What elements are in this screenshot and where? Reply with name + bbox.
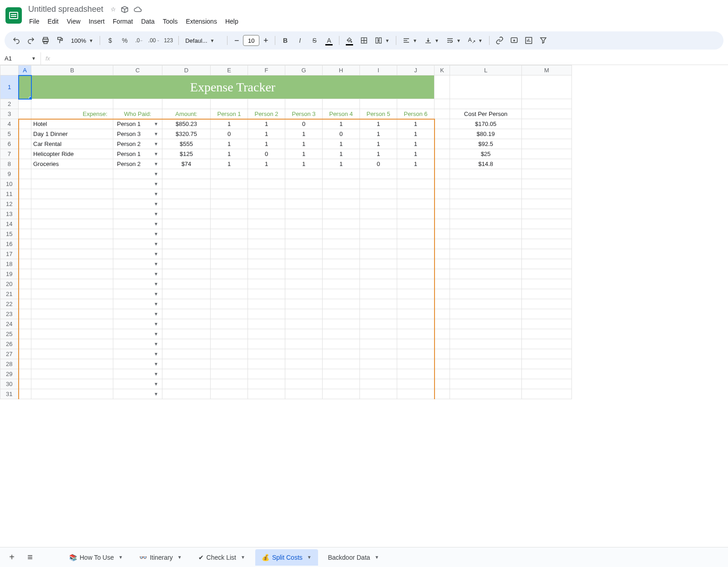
dropdown-arrow-icon[interactable]: ▼ (154, 211, 158, 216)
cpp-3[interactable]: $25 (450, 149, 522, 159)
who-paid-empty-6[interactable]: ▼ (113, 229, 162, 239)
cell[interactable] (248, 369, 285, 379)
header-amount[interactable]: Amount: (162, 109, 211, 119)
cell[interactable] (435, 369, 450, 379)
who-paid-1[interactable]: Person 3▼ (113, 129, 162, 139)
dropdown-arrow-icon[interactable]: ▼ (154, 221, 158, 226)
doc-title[interactable]: Untitled spreadsheet (25, 4, 106, 15)
cell[interactable] (162, 179, 211, 189)
cell[interactable] (248, 339, 285, 349)
cell[interactable] (19, 199, 31, 209)
expense-1[interactable]: Day 1 Dinner (31, 129, 113, 139)
dropdown-arrow-icon[interactable]: ▼ (154, 321, 158, 326)
cell[interactable] (248, 249, 285, 259)
cell[interactable] (522, 109, 572, 119)
cell[interactable] (450, 329, 522, 339)
cell[interactable] (19, 279, 31, 289)
menu-tools[interactable]: Tools (159, 16, 182, 27)
row-head-28[interactable]: 28 (0, 359, 19, 369)
cell[interactable] (435, 99, 450, 109)
filter-button[interactable] (537, 34, 550, 47)
who-paid-3[interactable]: Person 1▼ (113, 149, 162, 159)
more-formats-button[interactable]: 123 (162, 34, 175, 47)
cell[interactable] (450, 179, 522, 189)
cell[interactable] (31, 189, 113, 199)
cell[interactable] (211, 249, 248, 259)
cell[interactable] (19, 189, 31, 199)
who-paid-empty-17[interactable]: ▼ (113, 339, 162, 349)
split-4-0[interactable]: 1 (211, 159, 248, 169)
cell[interactable] (450, 75, 522, 99)
split-1-2[interactable]: 1 (285, 129, 323, 139)
cell[interactable] (435, 169, 450, 179)
sheets-logo-icon[interactable] (5, 7, 22, 24)
cell[interactable] (397, 269, 435, 279)
wrap-button[interactable]: ▼ (444, 34, 464, 47)
who-paid-empty-16[interactable]: ▼ (113, 329, 162, 339)
cell[interactable] (248, 209, 285, 219)
split-0-1[interactable]: 1 (248, 119, 285, 129)
row-head-11[interactable]: 11 (0, 189, 19, 199)
select-all-corner[interactable] (0, 65, 19, 75)
cell[interactable] (435, 319, 450, 329)
cell[interactable] (113, 99, 162, 109)
cell[interactable] (323, 329, 360, 339)
cell[interactable] (323, 309, 360, 319)
cell[interactable] (450, 309, 522, 319)
cell[interactable] (435, 309, 450, 319)
cell[interactable] (31, 319, 113, 329)
cell[interactable] (360, 379, 397, 389)
cell[interactable] (522, 389, 572, 399)
cell[interactable] (522, 219, 572, 229)
cell[interactable] (211, 349, 248, 359)
cell[interactable] (285, 369, 323, 379)
link-button[interactable] (493, 34, 506, 47)
split-4-1[interactable]: 1 (248, 159, 285, 169)
bold-button[interactable]: B (279, 34, 292, 47)
cell[interactable] (397, 219, 435, 229)
who-paid-empty-7[interactable]: ▼ (113, 239, 162, 249)
amount-1[interactable]: $320.75 (162, 129, 211, 139)
increase-decimal-button[interactable]: .00→ (147, 34, 160, 47)
cell[interactable] (435, 349, 450, 359)
split-4-2[interactable]: 1 (285, 159, 323, 169)
cell[interactable] (435, 219, 450, 229)
cell[interactable] (31, 269, 113, 279)
cell[interactable] (435, 279, 450, 289)
cell[interactable] (211, 209, 248, 219)
cell[interactable] (285, 279, 323, 289)
cell[interactable] (522, 359, 572, 369)
cell[interactable] (360, 359, 397, 369)
cell[interactable] (435, 229, 450, 239)
italic-button[interactable]: I (293, 34, 306, 47)
cell[interactable] (397, 99, 435, 109)
cell[interactable] (248, 269, 285, 279)
cell[interactable] (450, 249, 522, 259)
cell[interactable] (285, 359, 323, 369)
cell[interactable] (522, 159, 572, 169)
row-head-30[interactable]: 30 (0, 379, 19, 389)
row-head-8[interactable]: 8 (0, 159, 19, 169)
cell[interactable] (285, 269, 323, 279)
cell[interactable] (162, 209, 211, 219)
cell[interactable] (360, 259, 397, 269)
cell[interactable] (450, 189, 522, 199)
cell[interactable] (450, 269, 522, 279)
cell[interactable] (360, 289, 397, 299)
cell[interactable] (435, 109, 450, 119)
redo-button[interactable] (25, 34, 37, 47)
cell[interactable] (360, 269, 397, 279)
cell[interactable] (522, 99, 572, 109)
fill-color-button[interactable] (343, 34, 356, 47)
currency-button[interactable]: $ (104, 34, 116, 47)
who-paid-empty-20[interactable]: ▼ (113, 369, 162, 379)
zoom-select[interactable]: 100%▼ (68, 34, 96, 47)
cell[interactable] (450, 349, 522, 359)
col-head-F[interactable]: F (248, 65, 285, 75)
cell[interactable] (285, 229, 323, 239)
cell[interactable] (211, 189, 248, 199)
cell[interactable] (435, 259, 450, 269)
cell[interactable] (360, 209, 397, 219)
cell[interactable] (285, 239, 323, 249)
who-paid-empty-1[interactable]: ▼ (113, 179, 162, 189)
